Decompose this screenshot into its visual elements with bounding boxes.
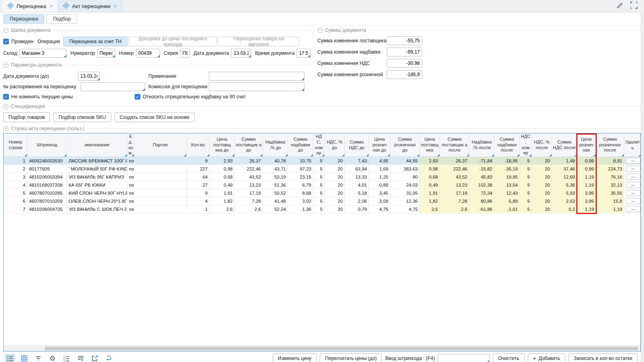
grid-cell[interactable]: 1,49 bbox=[552, 157, 577, 165]
grid-cell[interactable]: 5 bbox=[313, 197, 325, 205]
grid-cell[interactable]: 102,38 bbox=[469, 181, 494, 189]
nomer-input[interactable] bbox=[136, 49, 160, 58]
sklad-input[interactable] bbox=[19, 49, 67, 58]
grid-cell[interactable]: 5 bbox=[4, 189, 27, 197]
grid-cell[interactable]: 5 bbox=[313, 173, 325, 181]
reload-return-icon[interactable] bbox=[104, 354, 114, 362]
grid-cell[interactable]: 26,37 bbox=[440, 157, 469, 165]
grid-cell[interactable]: 9 bbox=[187, 157, 210, 165]
collapse-icon[interactable] bbox=[3, 28, 8, 33]
grid-viewport[interactable]: Номер строкиШтрихкодименованиеЕд. изм.Па… bbox=[4, 133, 640, 345]
grid-cell[interactable]: 222,46 bbox=[440, 165, 469, 173]
grid-cell[interactable]: 31,05 bbox=[390, 189, 420, 197]
grid-cell[interactable]: 50,52 bbox=[263, 189, 288, 197]
grid-cell[interactable]: 2,06 bbox=[345, 197, 369, 205]
grid-cell[interactable]: 5 bbox=[313, 189, 325, 197]
row-delete-button[interactable]: — bbox=[626, 206, 640, 212]
operation-toggle-pereocenka-tn[interactable]: Переоценка за счет ТН bbox=[63, 37, 128, 46]
grid-header-cell[interactable]: Цена поставщ ика до bbox=[210, 133, 235, 157]
tab-podbor[interactable]: Подбор bbox=[46, 14, 77, 24]
grid-cell[interactable]: 5 bbox=[313, 181, 325, 189]
select-goods-button[interactable]: Подбор товаров bbox=[3, 112, 50, 122]
window-tab-pereocenka[interactable]: Переоценка × bbox=[2, 0, 58, 12]
grid-cell[interactable]: 1,91 bbox=[420, 189, 440, 197]
row-delete-button[interactable]: — bbox=[626, 198, 640, 204]
grid-header-cell[interactable]: Надбавка ,% после bbox=[469, 133, 494, 157]
grid-cell[interactable]: 17,19 bbox=[235, 189, 263, 197]
tab-pereocenka[interactable]: Переоценка bbox=[3, 14, 44, 24]
grid-cell[interactable]: 227 bbox=[187, 165, 210, 173]
sum-vat-value[interactable] bbox=[387, 59, 422, 68]
grid-cell[interactable]: 3 bbox=[4, 173, 27, 181]
grid-cell[interactable]: 1 bbox=[4, 157, 27, 165]
seriya-input[interactable] bbox=[180, 49, 190, 58]
grid-cell[interactable]: 1,36 bbox=[288, 205, 313, 213]
grid-cell[interactable]: 0,68 bbox=[210, 173, 235, 181]
grid-cell[interactable]: 17,19 bbox=[440, 189, 469, 197]
grid-cell[interactable]: 4607807010285 bbox=[27, 189, 67, 197]
grid-cell[interactable]: 7,43 bbox=[345, 157, 369, 165]
grid-cell[interactable]: 26,37 bbox=[235, 157, 263, 165]
grid-cell[interactable]: 5,93 bbox=[552, 189, 577, 197]
grid-cell[interactable]: 7,28 bbox=[440, 197, 469, 205]
grid-cell[interactable]: ' МОЛОЧНЫЙ 50Г РФ KINDE bbox=[67, 165, 127, 173]
grid-cell[interactable]: 2,93 bbox=[420, 157, 440, 165]
row-delete-button[interactable]: — bbox=[626, 158, 640, 164]
table-row[interactable]: 54607807010285КИЙ СЛОН ЧЕРН.90Г HYLEYSпо… bbox=[4, 189, 641, 197]
grid-cell[interactable]: 6,79 bbox=[288, 181, 313, 189]
grid-cell[interactable]: 0,89 bbox=[369, 181, 390, 189]
grid-view-icon[interactable] bbox=[19, 354, 29, 362]
grid-cell[interactable]: 80,86 bbox=[469, 197, 494, 205]
grid-cell[interactable]: 45,83 bbox=[469, 173, 494, 181]
grid-cell[interactable] bbox=[134, 205, 187, 213]
grid-header-cell[interactable]: Сумма надбавки до bbox=[288, 133, 313, 157]
collapse-icon[interactable] bbox=[317, 28, 323, 33]
sum-supplier-value[interactable] bbox=[387, 36, 422, 45]
horizontal-scrollbar[interactable] bbox=[4, 345, 640, 351]
row-delete-button[interactable]: — bbox=[626, 182, 640, 188]
grid-cell[interactable] bbox=[134, 173, 187, 181]
numbered-list-icon[interactable]: 123 bbox=[61, 354, 72, 362]
grid-cell[interactable]: 2,93 bbox=[210, 157, 235, 165]
grid-cell[interactable]: -1,61 bbox=[494, 205, 520, 213]
grid-cell[interactable]: 37,46 bbox=[552, 165, 577, 173]
grid-cell[interactable]: 13,33 bbox=[345, 173, 369, 181]
grid-cell[interactable]: 20 bbox=[325, 181, 345, 189]
grid-cell[interactable]: 0,49 bbox=[420, 181, 440, 189]
grid-cell[interactable]: 5 bbox=[520, 165, 532, 173]
grid-header-cell[interactable]: Удалить bbox=[624, 133, 641, 157]
grid-cell[interactable]: пор. bbox=[127, 173, 134, 181]
grid-cell[interactable] bbox=[134, 157, 187, 165]
grid-cell[interactable]: 44,55 bbox=[390, 157, 420, 165]
collapse-icon[interactable] bbox=[3, 126, 8, 131]
grid-cell[interactable]: 51,36 bbox=[263, 181, 288, 189]
grid-cell[interactable]: 20 bbox=[325, 157, 345, 165]
grid-cell[interactable]: 9 bbox=[187, 189, 210, 197]
grid-cell[interactable]: 24,03 bbox=[390, 181, 420, 189]
grid-cell[interactable]: 1,19 bbox=[577, 181, 596, 189]
grid-cell[interactable]: 64 bbox=[187, 173, 210, 181]
grid-header-cell[interactable]: Сумма НДС до bbox=[345, 133, 369, 157]
settings-gear-icon[interactable]: ⚙ bbox=[47, 354, 58, 362]
sum-markup-value[interactable] bbox=[387, 48, 422, 56]
grid-cell[interactable]: 4810206004735 bbox=[27, 205, 67, 213]
grid-cell[interactable]: ОЛЕВ.СЛОН ЧЕРН.25*1.8Г НУ bbox=[67, 197, 127, 205]
grid-cell[interactable]: 4,01 bbox=[345, 181, 369, 189]
row-delete-button[interactable]: — bbox=[626, 190, 640, 196]
grid-cell[interactable]: 13,54 bbox=[494, 181, 520, 189]
collapse-icon[interactable] bbox=[3, 104, 8, 109]
grid-cell[interactable]: 0,68 bbox=[420, 173, 440, 181]
grid-cell[interactable]: — bbox=[624, 197, 641, 205]
grid-cell[interactable]: 52,24 bbox=[263, 205, 288, 213]
grid-cell[interactable] bbox=[134, 197, 187, 205]
grid-cell[interactable]: 5 bbox=[313, 205, 325, 213]
grid-header-cell[interactable]: НДС, % до bbox=[325, 133, 345, 157]
grid-header-cell[interactable]: Номер строки bbox=[4, 133, 27, 157]
proveden-checkbox[interactable] bbox=[3, 39, 9, 44]
table-row[interactable]: 64607807010209ОЛЕВ.СЛОН ЧЕРН.25*1.8Г НУп… bbox=[4, 197, 641, 205]
grid-cell[interactable]: 0,99 bbox=[577, 165, 596, 173]
grid-cell[interactable]: 2,6 bbox=[440, 205, 469, 213]
grid-cell[interactable]: 13,23 bbox=[440, 181, 469, 189]
grid-cell[interactable]: КА 65Г РБ ЮККИ bbox=[67, 181, 127, 189]
collapse-icon[interactable] bbox=[3, 62, 8, 68]
